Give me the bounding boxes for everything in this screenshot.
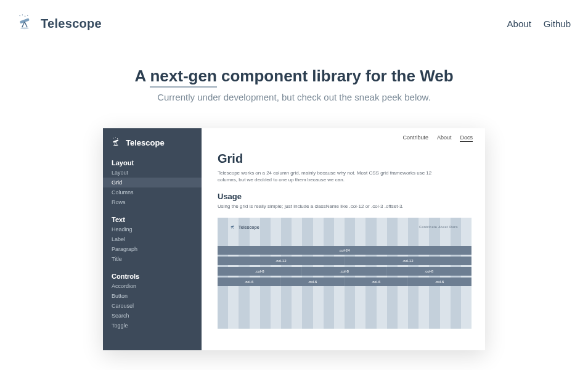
telescope-icon [17,14,35,33]
usage-desc: Using the grid is really simple; just in… [218,204,472,209]
svg-line-13 [116,142,117,145]
sidebar-brand-text: Telescope [126,138,165,147]
grid-demo-nav: Contribute About Docs [419,225,458,229]
grid-demo-brand: Telescope [230,224,259,230]
screenshot-preview: Telescope LayoutLayoutGridColumnsRowsTex… [103,128,485,350]
svg-line-17 [232,227,234,229]
cnav-docs[interactable]: Docs [460,134,473,142]
cnav-about[interactable]: About [437,134,452,142]
cnav-contribute[interactable]: Contribute [402,134,428,142]
grid-cell: .col-6 [218,278,281,286]
sidebar-item-paragraph[interactable]: Paragraph [103,244,202,254]
content-nav: Contribute About Docs [402,134,473,142]
svg-point-0 [20,15,20,16]
grid-cell: .col-6 [345,278,408,286]
grid-cell: .col-24 [218,246,472,255]
sidebar-item-rows[interactable]: Rows [103,197,202,207]
sidebar-brand[interactable]: Telescope [103,137,202,148]
hero-sub: Currently under development, but check o… [0,92,588,102]
sidebar-item-layout[interactable]: Layout [103,168,202,178]
sidebar-item-label[interactable]: Label [103,234,202,244]
svg-rect-4 [20,18,30,23]
telescope-icon [112,137,121,148]
usage-title: Usage [218,192,472,201]
hero-title: A next-gen component library for the Web [0,67,588,86]
sidebar-item-button[interactable]: Button [103,291,202,301]
svg-rect-11 [113,139,118,142]
nav-about[interactable]: About [507,18,531,29]
hero-highlight: next-gen [150,67,216,88]
sidebar-item-accordion[interactable]: Accordion [103,281,202,291]
hero-pre: A [134,67,145,85]
grid-cell: .col-8 [302,267,386,276]
sidebar-item-title[interactable]: Title [103,254,202,264]
grid-row: .col-24 [218,246,472,255]
svg-point-7 [20,27,29,29]
sidebar-group-title: Controls [103,270,202,281]
sidebar: Telescope LayoutLayoutGridColumnsRowsTex… [103,128,202,350]
sidebar-group-title: Layout [103,157,202,168]
page-title: Grid [218,152,472,166]
nav-github[interactable]: Github [544,18,571,29]
grid-cell: .col-8 [387,267,472,276]
grid-cell: .col-6 [408,278,472,286]
svg-line-6 [25,22,27,27]
svg-point-3 [27,15,28,15]
sidebar-group-title: Text [103,213,202,224]
sidebar-item-search[interactable]: Search [103,311,202,321]
hero: A next-gen component library for the Web… [0,67,588,102]
grid-row: .col-8.col-8.col-8 [218,267,472,276]
sidebar-item-heading[interactable]: Heading [103,224,202,234]
grid-cell: .col-12 [345,257,472,265]
grid-cell: .col-12 [218,257,345,265]
svg-rect-15 [231,226,234,228]
sidebar-item-grid[interactable]: Grid [103,178,202,187]
svg-point-1 [22,14,23,15]
brand[interactable]: Telescope [17,14,102,33]
grid-cell: .col-6 [281,278,345,286]
top-nav: About Github [507,18,571,29]
grid-demo-brand-text: Telescope [239,225,259,229]
page-desc: Telescope works on a 24 column grid, mai… [218,170,452,183]
brand-text: Telescope [41,17,102,31]
grid-demo: Telescope Contribute About Docs .col-24.… [218,218,472,329]
topbar: Telescope About Github [0,0,588,39]
svg-point-14 [113,145,118,146]
svg-point-9 [115,138,116,138]
sidebar-item-carousel[interactable]: Carousel [103,301,202,311]
grid-row: .col-6.col-6.col-6.col-6 [218,278,472,286]
grid-cell: .col-8 [218,267,302,276]
sidebar-item-columns[interactable]: Columns [103,187,202,197]
svg-point-10 [117,138,118,139]
hero-post: component library for the Web [221,67,454,85]
svg-point-2 [25,16,25,17]
sidebar-item-toggle[interactable]: Toggle [103,321,202,331]
svg-point-8 [113,138,114,138]
content: Contribute About Docs Grid Telescope wor… [202,128,485,350]
grid-row: .col-12.col-12 [218,257,472,265]
